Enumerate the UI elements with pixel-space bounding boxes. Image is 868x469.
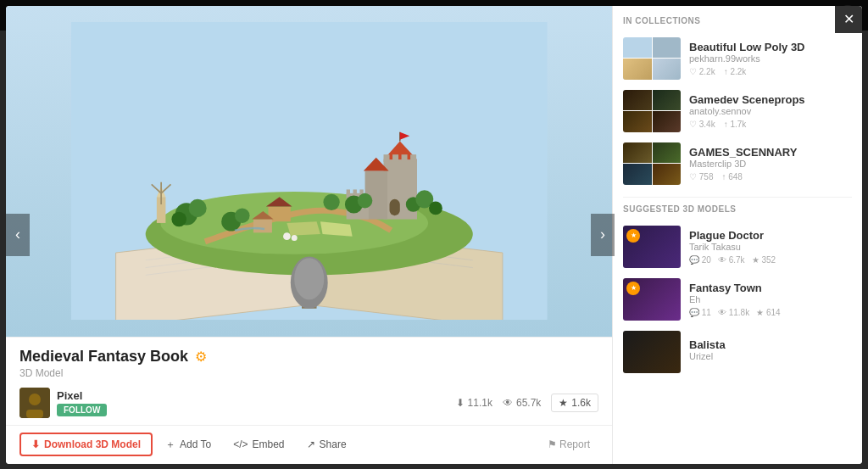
svg-point-37 xyxy=(358,193,373,209)
section-divider xyxy=(623,197,852,198)
suggested-model-item[interactable]: Balista Urizel xyxy=(613,326,862,378)
collection-info: Beautiful Low Poly 3D pekharn.99works ♡ … xyxy=(689,41,852,76)
svg-rect-46 xyxy=(253,220,272,233)
model-info: Medieval Fantasy Book ⚙ 3D Model Pix xyxy=(6,337,612,425)
collection-author: pekharn.99works xyxy=(689,53,852,64)
model-stats: ⬇ 11.1k 👁 65.7k ★ 1.6k xyxy=(456,394,598,412)
download-icon: ⬇ xyxy=(456,397,465,409)
svg-rect-23 xyxy=(392,154,398,162)
model-item-name: Balista xyxy=(689,338,852,351)
model-thumbnail: ★ xyxy=(623,226,681,268)
collection-stats: ♡ 2.2k ↑ 2.2k xyxy=(689,67,852,76)
collection-item[interactable]: GAMES_SCENNARY Masterclip 3D ♡ 758 ↑ 648 xyxy=(613,137,862,190)
code-icon: </> xyxy=(233,438,248,450)
model-item-author: Urizel xyxy=(689,351,852,361)
collection-thumbnail xyxy=(623,142,681,185)
thumb-cell xyxy=(623,37,652,59)
svg-rect-56 xyxy=(26,410,43,418)
thumb-cell xyxy=(653,111,682,132)
collection-item[interactable]: Beautiful Low Poly 3D pekharn.99works ♡ … xyxy=(613,32,862,85)
suggested-section-title: SUGGESTED 3D MODELS xyxy=(613,204,862,221)
svg-point-41 xyxy=(323,194,339,210)
collection-item[interactable]: Gamedev Sceneprops anatoly.sennov ♡ 3.4k… xyxy=(613,85,862,137)
share-icon: ↗ xyxy=(307,438,315,450)
collection-stats: ♡ 3.4k ↑ 1.7k xyxy=(689,120,852,129)
svg-rect-24 xyxy=(401,154,407,162)
model-item-stats: 💬 20 👁 6.7k ★ 352 xyxy=(689,255,852,265)
author-avatar[interactable] xyxy=(19,388,50,418)
report-button[interactable]: ⚑ Report xyxy=(539,434,598,455)
model-item-info: Fantasy Town Eh 💬 11 👁 11.8k ★ 614 xyxy=(689,282,852,317)
svg-point-43 xyxy=(235,208,250,223)
author-name: Pixel xyxy=(57,389,107,402)
model-item-author: Eh xyxy=(689,294,852,304)
sidebar: IN COLLECTIONS Beautiful Low Poly 3D pek… xyxy=(612,6,862,464)
thumb-cell xyxy=(653,59,682,80)
model-badge: ★ xyxy=(626,282,640,295)
collection-info: GAMES_SCENNARY Masterclip 3D ♡ 758 ↑ 648 xyxy=(689,146,852,181)
close-button[interactable]: ✕ xyxy=(835,6,862,33)
svg-point-51 xyxy=(294,258,324,299)
thumb-cell xyxy=(653,37,682,59)
modal-overlay: ✕ ‹ › xyxy=(0,0,868,469)
svg-rect-22 xyxy=(383,154,389,162)
collection-author: Masterclip 3D xyxy=(689,159,852,169)
model-image xyxy=(6,6,612,337)
model-item-info: Balista Urizel xyxy=(689,338,852,365)
likes-stat: ♡ 758 xyxy=(689,172,713,181)
likes-stat: ♡ 3.4k xyxy=(689,120,715,129)
views-stat: ↑ 1.7k xyxy=(724,120,747,129)
download-stat: ⬇ 11.1k xyxy=(456,397,492,409)
model-viewer[interactable] xyxy=(6,6,612,337)
share-button[interactable]: ↗ Share xyxy=(298,433,356,455)
suggested-model-item[interactable]: ★ Fantasy Town Eh 💬 11 👁 11.8k ★ 614 xyxy=(613,273,862,326)
svg-rect-31 xyxy=(353,189,356,195)
next-arrow-button[interactable]: › xyxy=(591,214,615,256)
thumb-cell xyxy=(623,111,652,132)
model-item-name: Plague Doctor xyxy=(689,229,852,242)
author-info: Pixel FOLLOW xyxy=(57,389,107,416)
model-thumbnail: ★ xyxy=(623,278,681,321)
model-title: Medieval Fantasy Book xyxy=(19,348,188,366)
svg-marker-44 xyxy=(287,221,320,236)
follow-button[interactable]: FOLLOW xyxy=(57,404,107,416)
collection-stats: ♡ 758 ↑ 648 xyxy=(689,172,852,181)
collection-name: Beautiful Low Poly 3D xyxy=(689,41,852,53)
collection-author: anatoly.sennov xyxy=(689,106,852,116)
views-stat: ↑ 2.2k xyxy=(724,67,747,76)
collection-thumbnail xyxy=(623,37,681,80)
thumb-cell xyxy=(653,90,682,111)
comments-stat: 💬 20 xyxy=(689,255,711,265)
model-thumbnail-wrap: ★ xyxy=(623,226,681,268)
embed-button[interactable]: </> Embed xyxy=(224,433,293,455)
svg-point-34 xyxy=(188,199,206,217)
collection-info: Gamedev Sceneprops anatoly.sennov ♡ 3.4k… xyxy=(689,93,852,129)
star-icon: ★ xyxy=(559,397,568,409)
thumb-cell xyxy=(653,164,682,185)
model-title-row: Medieval Fantasy Book ⚙ xyxy=(19,348,598,366)
views-stat: ↑ 648 xyxy=(721,172,742,181)
like-button[interactable]: ★ 1.6k xyxy=(551,394,598,412)
likes-stat: ★ 352 xyxy=(752,255,776,265)
thumb-cell xyxy=(623,90,652,111)
action-bar: ⬇ Download 3D Model ＋ Add To </> Embed ↗… xyxy=(6,425,612,464)
svg-point-52 xyxy=(283,232,291,240)
thumb-cell xyxy=(623,59,652,80)
model-thumbnail-wrap: ★ xyxy=(623,278,681,321)
views-stat: 👁 11.8k xyxy=(718,308,749,317)
model-item-name: Fantasy Town xyxy=(689,282,852,294)
thumb-cell xyxy=(623,142,652,164)
model-badge: ★ xyxy=(626,229,640,243)
download-icon: ⬇ xyxy=(31,438,40,450)
prev-arrow-button[interactable]: ‹ xyxy=(6,214,30,256)
svg-point-35 xyxy=(171,212,186,227)
svg-point-55 xyxy=(29,394,41,405)
suggested-model-item[interactable]: ★ Plague Doctor Tarik Takasu 💬 20 👁 6.7k… xyxy=(613,221,862,273)
view-stat: 👁 65.7k xyxy=(503,397,541,409)
add-to-button[interactable]: ＋ Add To xyxy=(156,433,220,457)
model-item-author: Tarik Takasu xyxy=(689,242,852,252)
likes-stat: ♡ 2.2k xyxy=(689,67,715,76)
collection-name: GAMES_SCENNARY xyxy=(689,146,852,159)
thumb-cell xyxy=(653,142,682,164)
download-button[interactable]: ⬇ Download 3D Model xyxy=(19,433,153,456)
